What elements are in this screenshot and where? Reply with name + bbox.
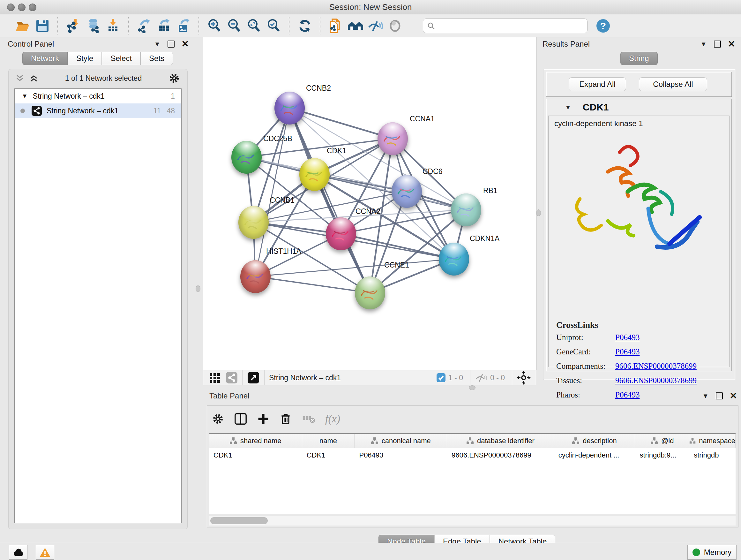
zoom-selected-button[interactable] — [264, 17, 284, 35]
network-options-gear-icon[interactable] — [168, 72, 180, 84]
table-horizontal-scrollbar[interactable] — [209, 516, 736, 525]
save-session-button[interactable] — [32, 17, 52, 35]
open-in-window-icon[interactable] — [247, 371, 260, 384]
export-table-button[interactable] — [154, 17, 174, 35]
minimize-window-button[interactable] — [18, 3, 25, 11]
column-header-name[interactable]: name — [302, 434, 355, 448]
show-columns-icon[interactable] — [234, 412, 247, 426]
network-row-selected[interactable]: String Network – cdk1 11 48 — [15, 104, 181, 118]
table-row[interactable]: CDK1CDK1P064939606.ENSP00000378699cyclin… — [209, 448, 736, 462]
zoom-fit-button[interactable] — [244, 17, 264, 35]
protein-section-caret[interactable]: ▼ — [565, 104, 571, 111]
control-panel-close-button[interactable]: ✕ — [182, 41, 189, 47]
home-button[interactable] — [346, 17, 365, 35]
import-table-button[interactable] — [103, 17, 123, 35]
node-CCNA1[interactable] — [378, 122, 408, 155]
network-view-share-icon[interactable] — [226, 372, 238, 384]
eye-icon — [388, 18, 402, 33]
zoom-in-button[interactable] — [205, 17, 224, 35]
network-collection-row[interactable]: ▼ String Network – cdk1 1 — [15, 89, 181, 104]
tab-select[interactable]: Select — [102, 52, 140, 65]
node-CCNB1[interactable] — [239, 206, 269, 239]
open-session-button[interactable] — [13, 17, 32, 35]
table-cell[interactable]: CDK1 — [209, 448, 302, 462]
string-import-button[interactable] — [326, 17, 346, 35]
table-cell[interactable]: 9606.ENSP00000378699 — [447, 448, 554, 462]
expand-all-icon[interactable] — [29, 73, 39, 83]
network-view-canvas[interactable]: CCNB2CCNA1CDC25BCDK1CDC6RB1CCNB1CCNA2CDK… — [203, 37, 537, 370]
network-list-group: 1 of 1 Network selected ▼ String Network… — [8, 69, 188, 530]
import-network-from-database-button[interactable] — [83, 17, 103, 35]
close-window-button[interactable] — [7, 3, 15, 11]
export-network-button[interactable] — [134, 17, 154, 35]
column-header-canonical-name[interactable]: canonical name — [354, 434, 447, 448]
collapse-all-button[interactable]: Collapse All — [639, 77, 707, 91]
refresh-button[interactable] — [295, 17, 315, 35]
column-header-database-identifier[interactable]: database identifier — [447, 434, 554, 448]
node-CCNB2[interactable] — [274, 91, 305, 125]
column-source-tree-icon — [371, 437, 379, 445]
add-column-icon[interactable] — [257, 413, 270, 425]
grid-view-icon[interactable] — [208, 371, 221, 384]
node-CDKN1A[interactable] — [439, 243, 469, 275]
column-header-namespace[interactable]: namespace — [689, 434, 736, 448]
table-options-gear-icon[interactable] — [212, 413, 224, 425]
tab-network[interactable]: Network — [22, 52, 68, 65]
node-CCNA2[interactable] — [326, 217, 356, 250]
scrollbar-thumb[interactable] — [210, 517, 268, 524]
tab-string[interactable]: String — [620, 52, 658, 65]
pan-crosshair-icon[interactable] — [517, 371, 531, 385]
node-CDK1[interactable] — [299, 158, 330, 191]
zoom-window-button[interactable] — [29, 3, 37, 11]
node-table[interactable]: shared namename canonical name database … — [209, 433, 736, 514]
table-cell[interactable]: P06493 — [354, 448, 447, 462]
node-RB1[interactable] — [451, 193, 481, 226]
node-CDC6[interactable] — [392, 175, 422, 208]
help-button[interactable]: ? — [593, 17, 613, 35]
results-panel-menu-caret[interactable]: ▼ — [700, 41, 707, 48]
tree-expander-caret[interactable]: ▼ — [22, 92, 28, 100]
node-CCNE1[interactable] — [355, 276, 385, 309]
export-image-button[interactable] — [174, 17, 193, 35]
results-panel-close-button[interactable]: ✕ — [728, 41, 735, 47]
selected-checkbox-icon[interactable] — [436, 373, 446, 382]
crosslink-value-link[interactable]: P06493 — [615, 348, 639, 356]
delete-column-icon[interactable] — [279, 413, 292, 425]
zoom-out-button[interactable] — [224, 17, 244, 35]
table-panel-close-button[interactable]: ✕ — [730, 393, 737, 399]
column-header-description[interactable]: description — [554, 434, 635, 448]
global-search-field[interactable] — [423, 18, 588, 33]
table-panel-menu-caret[interactable]: ▼ — [702, 392, 709, 400]
table-cell[interactable]: stringdb — [689, 448, 736, 462]
node-HIST1H1A[interactable] — [240, 260, 271, 293]
import-network-button[interactable] — [64, 17, 83, 35]
title-bar: Session: New Session — [0, 0, 741, 14]
table-panel-float-button[interactable] — [716, 392, 723, 399]
column-header-label: description — [583, 437, 616, 445]
memory-button[interactable]: Memory — [687, 545, 737, 560]
search-input[interactable] — [435, 21, 583, 30]
column-header-label: shared name — [240, 437, 281, 445]
table-cell[interactable]: cyclin-dependent ... — [554, 448, 635, 462]
hide-panel-button[interactable] — [365, 17, 385, 35]
column-header--id[interactable]: @id — [635, 434, 689, 448]
results-panel-float-button[interactable] — [714, 41, 721, 48]
bottom-splitter-handle[interactable] — [469, 385, 475, 390]
table-cell[interactable]: CDK1 — [302, 448, 355, 462]
warnings-button[interactable] — [36, 545, 54, 560]
crosslink-value-link[interactable]: 9606.ENSP00000378699 — [615, 376, 697, 385]
collapse-all-icon[interactable] — [15, 73, 24, 83]
table-cell[interactable]: stringdb:9... — [635, 448, 689, 462]
control-panel-float-button[interactable] — [167, 41, 175, 48]
tab-sets[interactable]: Sets — [140, 52, 173, 65]
crosslink-value-link[interactable]: 9606.ENSP00000378699 — [615, 362, 697, 371]
tab-style[interactable]: Style — [68, 52, 102, 65]
crosslink-value-link[interactable]: P06493 — [615, 333, 639, 342]
column-header-shared-name[interactable]: shared name — [209, 434, 302, 448]
left-splitter-handle[interactable] — [196, 286, 200, 292]
expand-all-button[interactable]: Expand All — [569, 77, 626, 91]
control-panel-menu-caret[interactable]: ▼ — [154, 41, 160, 48]
node-CDC25B[interactable] — [231, 141, 262, 174]
cloud-status-button[interactable] — [9, 545, 27, 560]
show-panel-button[interactable] — [385, 17, 405, 35]
